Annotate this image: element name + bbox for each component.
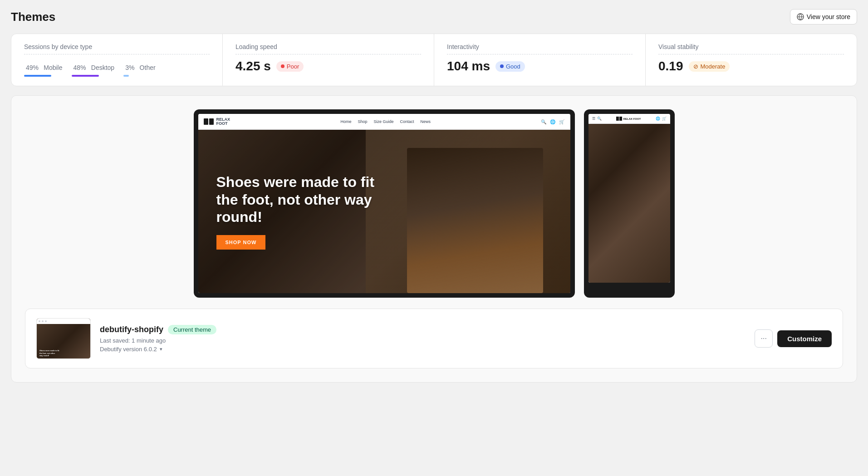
mobile-stat: 49% Mobile	[24, 59, 63, 73]
logo-mark-2	[209, 118, 214, 125]
mobile-right-icons: 🌐 🛒	[656, 117, 667, 121]
browser-bar: RELAX FOOT Home Shop Size Guide Contact …	[198, 114, 570, 130]
moderate-icon: ⊘	[693, 63, 698, 70]
shoe-leg-visual	[407, 148, 543, 293]
other-bar	[123, 75, 129, 77]
thumb-text: Shoes were made to fitthe foot, not othe…	[39, 349, 59, 357]
page-header: Themes View your store	[11, 9, 857, 25]
browser-nav: RELAX FOOT Home Shop Size Guide Contact …	[204, 118, 565, 126]
store-icon	[797, 13, 804, 20]
mobile-globe-icon: 🌐	[656, 117, 660, 121]
thumb-dot-1	[39, 320, 40, 322]
thumb-mini-bar	[37, 319, 90, 324]
visual-stability-value: 0.19	[658, 59, 683, 74]
metric-visual-stability: Visual stability 0.19 ⊘ Moderate	[646, 34, 857, 86]
nav-icons: 🔍 🌐 🛒	[541, 119, 564, 124]
globe-icon: 🌐	[550, 119, 555, 124]
interactivity-label: Interactivity	[447, 43, 633, 54]
interactivity-badge: Good	[495, 61, 525, 72]
mobile-logo-mark-1	[616, 117, 619, 121]
thumb-dot-2	[42, 320, 44, 322]
loading-label: Loading speed	[235, 43, 421, 54]
store-logo: RELAX FOOT	[204, 118, 230, 126]
visual-stability-badge: ⊘ Moderate	[689, 61, 730, 72]
session-mobile: 49% Mobile	[24, 59, 63, 77]
theme-thumbnail: Shoes were made to fitthe foot, not othe…	[36, 318, 91, 359]
session-other: 3% Other	[123, 59, 155, 77]
mobile-bar	[24, 75, 51, 77]
customize-button[interactable]: Customize	[777, 330, 832, 347]
theme-name-row: debutify-shopify Current theme	[100, 325, 745, 334]
hero-title: Shoes were made to fit the foot, not oth…	[216, 173, 398, 226]
loading-badge: Poor	[276, 61, 304, 72]
mobile-search-icon: 🔍	[597, 117, 602, 121]
theme-version-row[interactable]: Debutify version 6.0.2 ▾	[100, 346, 745, 353]
mobile-device-mockup: ☰ 🔍 RELAX FOOT 🌐 🛒	[584, 109, 675, 298]
interactivity-value: 104 ms	[447, 59, 490, 74]
theme-name: debutify-shopify	[100, 325, 163, 334]
thumb-dot-3	[45, 320, 47, 322]
search-icon: 🔍	[541, 119, 546, 124]
theme-details: debutify-shopify Current theme Last save…	[100, 325, 745, 353]
mobile-menu-icon: ☰	[592, 117, 595, 121]
hero-image: Shoes were made to fit the foot, not oth…	[198, 130, 570, 293]
metrics-row: Sessions by device type 49% Mobile 48% D…	[11, 34, 857, 86]
mobile-store-name: RELAX FOOT	[623, 118, 641, 120]
view-store-button[interactable]: View your store	[790, 9, 857, 25]
mobile-logo: RELAX FOOT	[604, 117, 653, 121]
nav-links: Home Shop Size Guide Contact News	[340, 119, 431, 124]
other-stat: 3% Other	[123, 59, 155, 73]
foot-text: FOOT	[216, 122, 230, 126]
thumb-content: Shoes were made to fitthe foot, not othe…	[37, 324, 90, 359]
sessions-label: Sessions by device type	[24, 43, 210, 54]
loading-value: 4.25 s	[235, 59, 271, 74]
theme-actions: ··· Customize	[755, 329, 832, 348]
current-theme-badge: Current theme	[168, 325, 216, 334]
metric-interactivity: Interactivity 104 ms Good	[434, 34, 646, 86]
preview-area: RELAX FOOT Home Shop Size Guide Contact …	[11, 95, 857, 383]
desktop-stat: 48% Desktop	[72, 59, 115, 73]
cart-icon: 🛒	[559, 119, 564, 124]
more-dots-icon: ···	[760, 334, 766, 343]
metric-sessions: Sessions by device type 49% Mobile 48% D…	[11, 34, 223, 86]
metric-loading: Loading speed 4.25 s Poor	[223, 34, 434, 86]
store-name-text: RELAX FOOT	[216, 118, 230, 126]
mobile-cart-icon: 🛒	[662, 117, 667, 121]
mobile-logo-mark-2	[619, 117, 622, 121]
mobile-logo-marks	[616, 117, 622, 121]
preview-devices: RELAX FOOT Home Shop Size Guide Contact …	[25, 109, 843, 298]
desktop-bar	[72, 75, 99, 77]
desktop-screen: RELAX FOOT Home Shop Size Guide Contact …	[198, 114, 570, 293]
mobile-screen: ☰ 🔍 RELAX FOOT 🌐 🛒	[588, 114, 670, 283]
mobile-browser-bar: ☰ 🔍 RELAX FOOT 🌐 🛒	[588, 114, 670, 124]
session-desktop: 48% Desktop	[72, 59, 115, 77]
poor-dot	[281, 64, 284, 68]
hero-content: Shoes were made to fit the foot, not oth…	[198, 155, 416, 267]
visual-stability-label: Visual stability	[658, 43, 844, 54]
good-dot	[500, 64, 504, 68]
desktop-device-mockup: RELAX FOOT Home Shop Size Guide Contact …	[194, 109, 575, 298]
mobile-nav-icons: ☰ 🔍	[592, 117, 602, 121]
theme-version: Debutify version 6.0.2	[100, 346, 157, 353]
logo-mark-1	[204, 118, 208, 125]
chevron-down-icon: ▾	[160, 346, 162, 352]
theme-last-saved: Last saved: 1 minute ago	[100, 337, 745, 344]
shop-now-button[interactable]: SHOP NOW	[216, 235, 266, 250]
view-store-label: View your store	[807, 13, 850, 20]
logo-marks	[204, 118, 214, 125]
more-options-button[interactable]: ···	[755, 329, 773, 348]
theme-info-row: Shoes were made to fitthe foot, not othe…	[25, 309, 843, 368]
mobile-hero-image	[588, 124, 670, 283]
page-title: Themes	[11, 10, 55, 24]
